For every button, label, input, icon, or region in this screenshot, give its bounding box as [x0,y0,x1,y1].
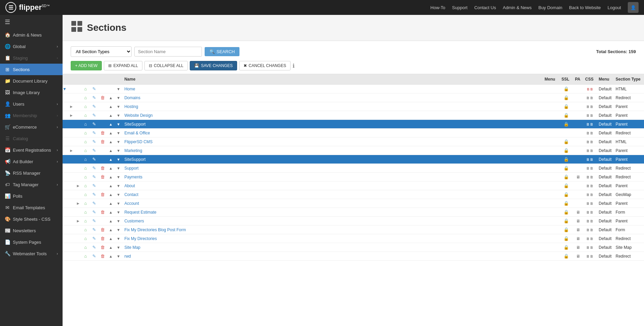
up-cell[interactable]: ▲ [107,208,115,217]
expand-cell[interactable] [63,190,82,199]
name-cell[interactable]: Site Map [122,243,543,252]
expand-cell[interactable]: ► [63,102,82,111]
edit-cell[interactable]: ✎ [90,225,98,234]
edit-cell[interactable]: ✎ [90,129,98,137]
expand-cell[interactable] [63,164,82,173]
sidebar-item-catalog[interactable]: ☰ Catalog [0,133,63,144]
edit-cell[interactable]: ✎ [90,173,98,181]
section-link[interactable]: Account [124,201,139,206]
section-link[interactable]: Home [124,87,135,91]
delete-cell[interactable] [98,111,107,120]
expand-cell[interactable]: ► [63,217,82,225]
name-cell[interactable]: Marketing [122,146,543,155]
expand-cell[interactable] [63,243,82,252]
sidebar-item-ecommerce[interactable]: 🛒 eCommerce › [0,121,63,133]
name-cell[interactable]: Fix My Directories [122,234,543,243]
edit-cell[interactable]: ✎ [90,120,98,129]
home-cell[interactable]: ⌂ [82,146,90,155]
delete-cell[interactable]: 🗑 [98,234,107,243]
expand-cell[interactable]: ► [63,181,82,190]
expand-cell[interactable] [63,225,82,234]
delete-cell[interactable]: 🗑 [98,129,107,137]
sidebar-item-tag-manager[interactable]: 🏷 Tag Manager › [0,179,63,190]
down-cell[interactable]: ▼ [115,252,122,261]
nav-howto[interactable]: How-To [431,5,445,10]
down-cell[interactable]: ▼ [115,146,122,155]
edit-cell[interactable]: ✎ [90,137,98,146]
edit-cell[interactable]: ✎ [90,155,98,164]
delete-cell[interactable]: 🗑 [98,225,107,234]
sidebar-item-event-registrations[interactable]: 📅 Event Registrations › [0,144,63,156]
home-cell[interactable]: ⌂ [82,234,90,243]
expand-cell[interactable]: ► [63,111,82,120]
sidebar-hamburger[interactable]: ☰ [0,15,63,29]
name-cell[interactable]: Hosting [122,102,543,111]
section-link[interactable]: Contact [124,192,138,197]
save-changes-button[interactable]: 💾 SAVE CHANGES [190,61,237,70]
sidebar-item-admin-news[interactable]: 🏠 Admin & News [0,29,63,41]
section-link[interactable]: FlipperSD CMS [124,139,153,144]
edit-cell[interactable]: ✎ [90,243,98,252]
delete-cell[interactable]: 🗑 [98,208,107,217]
up-cell[interactable]: ▲ [107,190,115,199]
nav-logout[interactable]: Logout [607,5,621,10]
down-cell[interactable]: ▼ [115,120,122,129]
edit-cell[interactable]: ✎ [90,252,98,261]
up-cell[interactable]: ▲ [107,243,115,252]
section-name-input[interactable] [134,47,202,57]
delete-cell[interactable] [98,199,107,208]
edit-cell[interactable]: ✎ [90,181,98,190]
up-cell[interactable]: ▲ [107,199,115,208]
home-cell[interactable]: ⌂ [82,217,90,225]
down-cell[interactable]: ▼ [115,234,122,243]
home-cell[interactable]: ⌂ [82,129,90,137]
section-link[interactable]: About [124,183,135,188]
edit-cell[interactable]: ✎ [90,146,98,155]
expand-cell[interactable]: ▼ [63,155,82,164]
expand-cell[interactable] [63,252,82,261]
down-cell[interactable]: ▼ [115,129,122,137]
sidebar-item-users[interactable]: 👤 Users › [0,98,63,110]
expand-cell[interactable] [63,93,82,102]
section-link[interactable]: Support [124,166,139,171]
home-cell[interactable]: ⌂ [82,155,90,164]
section-link[interactable]: rwd [124,254,131,259]
down-cell[interactable]: ▼ [115,111,122,120]
section-type-select[interactable]: All Section Types [71,46,132,57]
home-cell[interactable]: ⌂ [82,173,90,181]
name-cell[interactable]: Contact [122,190,543,199]
section-link[interactable]: Marketing [124,148,142,153]
search-button[interactable]: 🔍 SEARCH [205,47,239,56]
add-new-button[interactable]: + ADD NEW [71,61,102,70]
edit-cell[interactable]: ✎ [90,111,98,120]
up-cell[interactable]: ▲ [107,155,115,164]
down-cell[interactable]: ▼ [115,199,122,208]
home-cell[interactable]: ⌂ [82,199,90,208]
section-link[interactable]: Fix My Directories Blog Post Form [124,227,186,232]
delete-cell[interactable]: 🗑 [98,164,107,173]
up-cell[interactable]: ▲ [107,93,115,102]
up-cell[interactable]: ▲ [107,252,115,261]
section-link[interactable]: Site Map [124,245,140,250]
edit-cell[interactable]: ✎ [90,85,98,93]
expand-cell[interactable]: ► [63,199,82,208]
edit-cell[interactable]: ✎ [90,199,98,208]
expand-cell[interactable] [63,208,82,217]
nav-contact[interactable]: Contact Us [474,5,496,10]
name-cell[interactable]: Fix My Directories Blog Post Form [122,225,543,234]
home-cell[interactable]: ⌂ [82,85,90,93]
up-cell[interactable]: ▲ [107,173,115,181]
up-cell[interactable] [107,85,115,93]
nav-admin-news[interactable]: Admin & News [503,5,531,10]
expand-all-button[interactable]: ⊞ EXPAND ALL [104,61,142,70]
sidebar-item-image-library[interactable]: 🖼 Image Library [0,87,63,98]
name-cell[interactable]: Customers [122,217,543,225]
home-cell[interactable]: ⌂ [82,102,90,111]
nav-buy-domain[interactable]: Buy Domain [538,5,562,10]
avatar[interactable]: 👤 [628,2,639,13]
delete-cell[interactable] [98,120,107,129]
section-link[interactable]: Fix My Directories [124,236,157,241]
expand-right-icon[interactable]: ► [76,183,80,188]
delete-cell[interactable]: 🗑 [98,137,107,146]
down-cell[interactable]: ▼ [115,190,122,199]
